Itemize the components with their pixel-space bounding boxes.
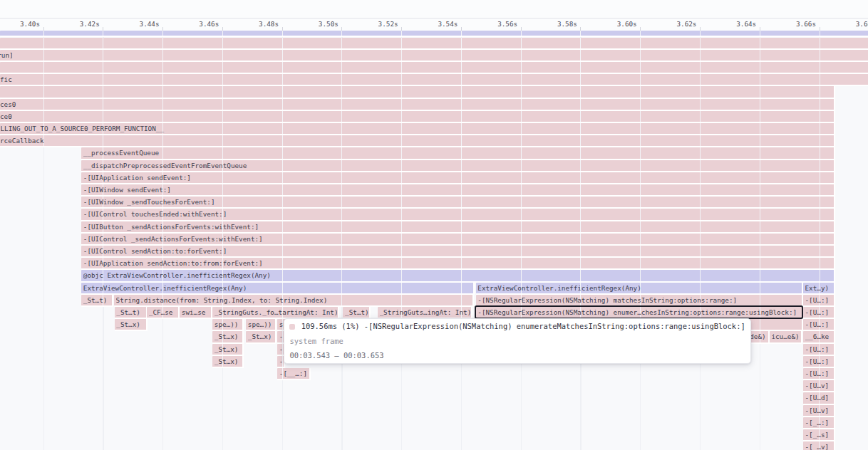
time-tick-label: 3.58s bbox=[557, 21, 577, 28]
tooltip-title-line: 109.56ms (1%) -[NSRegularExpression(NSMa… bbox=[289, 319, 745, 334]
flame-bar-label: -[_…:] bbox=[805, 417, 834, 428]
flame-bar-label: - bbox=[279, 344, 283, 355]
flame-chart-canvas[interactable]: run]ficces0ce0LLING_OUT_TO_A_SOURCE0_PER… bbox=[0, 31, 868, 450]
flame-bar-label: -[UIApplication sendAction:to:from:forEv… bbox=[83, 258, 833, 268]
category-swatch-icon bbox=[289, 324, 295, 330]
flame-bar-label: spe…)) bbox=[215, 319, 242, 330]
flame-bar-label: -[_…s] bbox=[805, 429, 834, 440]
flame-bar-label: -[__…:] bbox=[279, 368, 309, 379]
flame-bar-label: -[U…d] bbox=[805, 392, 834, 403]
flame-bar-label: _StringGuts._fo…tartingAt: Int) bbox=[215, 307, 337, 318]
flame-bar-label: -[UIWindow _sendTouchesForEvent:] bbox=[83, 197, 833, 207]
flame-bar-label: -[UIButton _sendActionsForEvents:withEve… bbox=[83, 221, 833, 232]
time-tick-label: 3.54s bbox=[438, 21, 458, 28]
tooltip-duration: 109.56ms (1%) bbox=[301, 322, 360, 330]
flame-bar-label: LLING_OUT_TO_A_SOURCE0_PERFORM_FUNCTION_… bbox=[1, 123, 834, 134]
flame-bar-label: -[U…:] bbox=[805, 295, 834, 305]
flame-bar-label: -[NSRegularExpression(NSMatching) enumer… bbox=[477, 307, 800, 318]
flame-bar-label: __6…ke bbox=[805, 331, 834, 342]
time-tick-label: 3.56s bbox=[497, 21, 517, 28]
flame-bar-label: _St…t) bbox=[83, 295, 111, 305]
timeline-ruler[interactable]: 3.40s3.42s3.44s3.46s3.48s3.50s3.52s3.54s… bbox=[0, 19, 868, 31]
flame-bar[interactable] bbox=[0, 31, 868, 38]
flame-bar-label: ces0 bbox=[0, 99, 833, 110]
flame-bar-label: _St…x) bbox=[215, 356, 242, 367]
time-tick-label: 3.40s bbox=[20, 21, 40, 28]
flame-bar-label: -[U…:] bbox=[805, 344, 834, 355]
flame-bar-label: -[U…:] bbox=[805, 319, 834, 330]
time-tick-label: 3.48s bbox=[259, 21, 279, 28]
flame-bar-label: swi…se bbox=[182, 307, 210, 318]
flame-bar-label: -[U…v] bbox=[805, 380, 834, 391]
hover-tooltip: 109.56ms (1%) -[NSRegularExpression(NSMa… bbox=[284, 318, 751, 364]
time-tick-label: 3.42s bbox=[80, 21, 100, 28]
flame-bar[interactable] bbox=[0, 62, 868, 74]
flame-bar-label: -[NSRegularExpression(NSMatching) matche… bbox=[477, 295, 800, 305]
tooltip-time-range: 00:03.543 — 00:03.653 bbox=[289, 348, 745, 363]
time-tick-label: 3.46s bbox=[199, 21, 219, 28]
flame-bar-label: ExtraViewController.inefficientRegex(Any… bbox=[83, 283, 472, 293]
flame-bar-label: fic bbox=[0, 74, 867, 85]
flame-bar-label: -[UIWindow sendEvent:] bbox=[83, 184, 833, 195]
flame-bar-label: __processEventQueue bbox=[83, 147, 833, 158]
flame-bar[interactable] bbox=[0, 38, 868, 50]
flame-bar-label: @objc ExtraViewController.inefficientReg… bbox=[83, 270, 833, 281]
flame-bar-label: -[U…:] bbox=[805, 356, 834, 367]
tooltip-symbol: -[NSRegularExpression(NSMatching) enumer… bbox=[364, 322, 745, 330]
flame-bar-label: _St…x) bbox=[248, 331, 275, 342]
flame-bar-label: -[UIControl sendAction:to:forEvent:] bbox=[83, 246, 833, 256]
flame-bar-label: -[UIControl _sendActionsForEvents:withEv… bbox=[83, 234, 833, 244]
flame-bar-label: Ext…y) bbox=[805, 283, 834, 293]
time-tick-label: 3.62s bbox=[676, 21, 696, 28]
flame-bar-label: _St…t) bbox=[116, 307, 145, 318]
time-tick-label: 3.64s bbox=[736, 21, 756, 28]
flame-bar-label: -[U…:] bbox=[805, 368, 834, 379]
flame-bar-label: icu…e&) bbox=[771, 331, 800, 342]
flame-bar-label: String.distance(from: String.Index, to: … bbox=[116, 295, 472, 305]
flame-bar-label: - bbox=[279, 356, 283, 367]
flame-bar-label: ce0 bbox=[0, 111, 833, 122]
flame-bar-label: _St…t) bbox=[345, 307, 368, 318]
flame-bar-label: _St…x) bbox=[116, 319, 145, 330]
flame-bar-label: __dispatchPreprocessedEventFromEventQueu… bbox=[83, 160, 833, 171]
flame-bar-label: _St…x) bbox=[215, 344, 242, 355]
flame-bar-label: spe…)) bbox=[248, 319, 275, 330]
time-tick-label: 3.66s bbox=[796, 21, 816, 28]
flame-bar-label: _StringGuts…ingAt: Int) bbox=[380, 307, 471, 318]
tooltip-category: system frame bbox=[289, 334, 745, 349]
time-tick-label: 3.44s bbox=[140, 21, 160, 28]
flame-bar-label: -[U…v] bbox=[805, 405, 834, 416]
time-tick-label: 3.60s bbox=[617, 21, 637, 28]
flame-bar-label: -[_…v] bbox=[805, 441, 834, 450]
time-tick-label: 3.52s bbox=[378, 21, 398, 28]
flame-bar-label: -[UIControl touchesEnded:withEvent:] bbox=[83, 209, 833, 219]
flame-bar-label: _St…x) bbox=[215, 331, 242, 342]
flame-bar-label: rceCallback bbox=[0, 135, 833, 146]
time-tick-label: 3.68s bbox=[856, 21, 868, 28]
toolbar-area bbox=[0, 0, 868, 19]
flame-bar-label: _CF…se bbox=[149, 307, 177, 318]
flame-bar-label: ExtraViewController.inefficientRegex(Any… bbox=[477, 283, 800, 293]
flame-bar-label: run] bbox=[0, 50, 867, 61]
time-tick-label: 3.50s bbox=[319, 21, 339, 28]
flame-bar-label: -[U…:] bbox=[805, 307, 834, 318]
flame-bar-label: -[UIApplication sendEvent:] bbox=[83, 172, 833, 183]
profiler-stack-chart: 3.40s3.42s3.44s3.46s3.48s3.50s3.52s3.54s… bbox=[0, 0, 868, 450]
flame-bar[interactable] bbox=[0, 86, 835, 98]
